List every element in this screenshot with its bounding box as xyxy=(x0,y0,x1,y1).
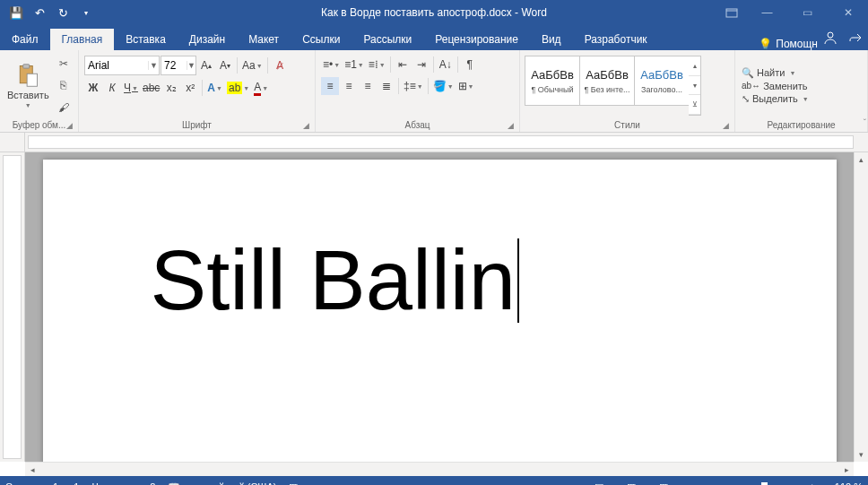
print-layout-icon[interactable]: ▦ xyxy=(621,478,641,485)
shrink-font-icon[interactable]: A▾ xyxy=(216,56,234,74)
account-icon[interactable] xyxy=(818,25,843,50)
increase-indent-icon[interactable]: ⇥ xyxy=(412,56,430,74)
minimize-icon[interactable]: — xyxy=(747,0,787,25)
numbering-icon[interactable]: ≡1▼ xyxy=(343,56,366,74)
group-styles: АаБбВв ¶ Обычный АаБбВв ¶ Без инте... Аа… xyxy=(520,50,735,132)
highlight-icon[interactable]: ab▼ xyxy=(225,79,251,97)
tab-design[interactable]: Дизайн xyxy=(178,29,237,50)
tab-developer[interactable]: Разработчик xyxy=(573,29,659,50)
find-button[interactable]: 🔍Найти▼ xyxy=(739,66,864,80)
zoom-out-icon[interactable]: − xyxy=(686,478,706,485)
read-mode-icon[interactable]: ▤ xyxy=(589,478,609,485)
font-size-combo[interactable]: ▼ xyxy=(161,56,196,75)
close-icon[interactable]: ✕ xyxy=(828,0,868,25)
align-left-icon[interactable]: ≡ xyxy=(321,77,339,95)
collapse-ribbon-icon[interactable]: ˇ xyxy=(864,118,866,128)
ribbon-options-icon[interactable] xyxy=(716,0,747,25)
style-normal[interactable]: АаБбВв ¶ Обычный xyxy=(525,56,580,106)
paragraph-launcher-icon[interactable]: ◢ xyxy=(505,120,516,131)
scroll-right-icon[interactable]: ▸ xyxy=(839,463,854,476)
zoom-level[interactable]: 110 % xyxy=(835,481,863,485)
font-size-input[interactable] xyxy=(161,59,187,72)
group-editing: 🔍Найти▼ ab↔Заменить ⤡Выделить▼ Редактиро… xyxy=(735,50,868,132)
tab-view[interactable]: Вид xyxy=(530,29,573,50)
scroll-up-icon[interactable]: ▴ xyxy=(855,152,868,167)
shading-icon[interactable]: 🪣▼ xyxy=(431,77,456,95)
sort-icon[interactable]: A↓ xyxy=(437,56,455,74)
font-name-input[interactable] xyxy=(85,59,148,72)
vertical-ruler[interactable] xyxy=(3,155,22,459)
horizontal-scrollbar[interactable]: ◂ ▸ xyxy=(25,462,854,476)
qat-customize-icon[interactable]: ▾ xyxy=(75,2,97,23)
page[interactable]: Still Ballin xyxy=(43,160,837,462)
underline-button[interactable]: Ч▼ xyxy=(122,79,140,97)
tab-insert[interactable]: Вставка xyxy=(114,29,178,50)
justify-icon[interactable]: ≣ xyxy=(378,77,395,95)
scroll-down-icon[interactable]: ▾ xyxy=(855,447,868,462)
share-icon[interactable] xyxy=(843,25,868,50)
styles-scroll-up-icon[interactable]: ▴ xyxy=(689,56,700,76)
line-spacing-icon[interactable]: ‡≡▼ xyxy=(402,77,425,95)
style-heading1[interactable]: АаБбВв Заголово... xyxy=(634,56,690,106)
strikethrough-button[interactable]: abc xyxy=(141,79,161,97)
maximize-icon[interactable]: ▭ xyxy=(787,0,828,25)
web-layout-icon[interactable]: ▥ xyxy=(654,478,673,485)
format-painter-icon[interactable]: 🖌 xyxy=(55,100,73,116)
font-launcher-icon[interactable]: ◢ xyxy=(300,120,311,131)
clipboard-launcher-icon[interactable]: ◢ xyxy=(64,120,74,131)
font-group-label: Шрифт xyxy=(182,120,212,130)
styles-launcher-icon[interactable]: ◢ xyxy=(720,120,731,131)
language-indicator[interactable]: английский (США) xyxy=(193,481,276,485)
editing-group-label: Редактирование xyxy=(767,120,835,130)
tab-review[interactable]: Рецензирование xyxy=(423,29,530,50)
tab-references[interactable]: Ссылки xyxy=(291,29,352,50)
undo-icon[interactable]: ↶ xyxy=(29,2,50,23)
tell-me[interactable]: 💡 Помощн xyxy=(759,38,818,50)
page-indicator[interactable]: Страница 1 из 1 xyxy=(5,481,79,485)
borders-icon[interactable]: ⊞▼ xyxy=(456,77,476,95)
show-marks-icon[interactable]: ¶ xyxy=(461,56,479,74)
word-count[interactable]: Число слов: 2 xyxy=(91,481,155,485)
select-button[interactable]: ⤡Выделить▼ xyxy=(739,92,864,106)
decrease-indent-icon[interactable]: ⇤ xyxy=(394,56,412,74)
macro-icon[interactable]: ▦ xyxy=(289,481,298,486)
replace-button[interactable]: ab↔Заменить xyxy=(739,80,864,92)
grow-font-icon[interactable]: A▴ xyxy=(197,56,215,74)
scroll-left-icon[interactable]: ◂ xyxy=(25,463,39,476)
cut-icon[interactable]: ✂ xyxy=(55,56,73,72)
chevron-down-icon[interactable]: ▼ xyxy=(148,61,159,70)
tab-layout[interactable]: Макет xyxy=(237,29,291,50)
subscript-button[interactable]: x₂ xyxy=(162,79,180,97)
vertical-scrollbar[interactable]: ▴ ▾ xyxy=(854,152,868,462)
save-icon[interactable]: 💾 xyxy=(5,2,27,23)
style-no-spacing[interactable]: АаБбВв ¶ Без инте... xyxy=(579,56,635,106)
bullets-icon[interactable]: ≡•▼ xyxy=(321,56,342,74)
svg-rect-0 xyxy=(726,9,737,17)
align-right-icon[interactable]: ≡ xyxy=(359,77,377,95)
tab-file[interactable]: Файл xyxy=(0,29,50,50)
page-container[interactable]: Still Ballin xyxy=(25,152,854,462)
styles-scroll-down-icon[interactable]: ▾ xyxy=(689,76,700,96)
paste-button[interactable]: Вставить ▼ xyxy=(4,53,53,118)
zoom-in-icon[interactable]: + xyxy=(803,478,822,485)
copy-icon[interactable]: ⎘ xyxy=(55,77,73,93)
spellcheck-icon[interactable]: 📖 xyxy=(168,481,180,486)
styles-expand-icon[interactable]: ⊻ xyxy=(689,95,700,115)
text-effects-icon[interactable]: A▼ xyxy=(205,79,224,97)
font-color-icon[interactable]: A▼ xyxy=(252,79,270,97)
tab-mailings[interactable]: Рассылки xyxy=(352,29,423,50)
font-name-combo[interactable]: ▼ xyxy=(84,56,160,75)
italic-button[interactable]: К xyxy=(103,79,121,97)
tab-home[interactable]: Главная xyxy=(50,29,115,50)
change-case-icon[interactable]: Aa▼ xyxy=(240,56,265,74)
clear-formatting-icon[interactable]: A̷ xyxy=(271,56,289,74)
align-center-icon[interactable]: ≡ xyxy=(340,77,358,95)
document-text[interactable]: Still Ballin xyxy=(151,233,516,327)
bold-button[interactable]: Ж xyxy=(84,79,102,97)
zoom-thumb[interactable] xyxy=(761,482,768,486)
redo-icon[interactable]: ↻ xyxy=(52,2,74,23)
multilevel-icon[interactable]: ≡⁞▼ xyxy=(367,56,387,74)
horizontal-ruler[interactable] xyxy=(28,135,854,149)
chevron-down-icon[interactable]: ▼ xyxy=(187,61,195,70)
superscript-button[interactable]: x² xyxy=(181,79,199,97)
